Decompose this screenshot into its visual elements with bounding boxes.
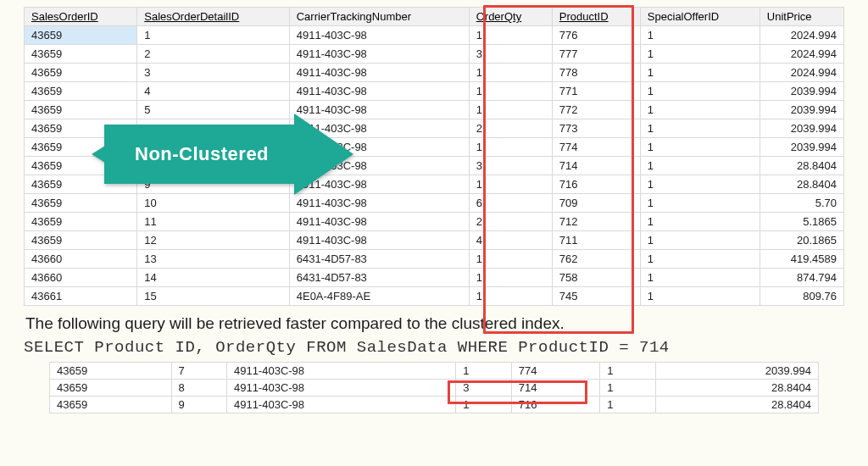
cell: 709 (552, 194, 640, 213)
cell: 762 (552, 250, 640, 269)
cell: 773 (552, 119, 640, 138)
cell: 1 (469, 26, 552, 45)
cell: 43659 (25, 231, 137, 250)
cell: 43659 (25, 194, 137, 213)
cell: 4E0A-4F89-AE (289, 287, 469, 306)
cell: 1 (640, 138, 760, 157)
col-header-c4: ProductID (552, 8, 640, 26)
cell: 3 (469, 45, 552, 64)
col-header-c3: OrderQty (469, 8, 552, 26)
cell: 4 (137, 82, 290, 101)
cell: 1 (640, 250, 760, 269)
main-table-wrapper: SalesOrderIDSalesOrderDetailIDCarrierTra… (24, 7, 844, 306)
cell: 1 (640, 157, 760, 175)
cell: 1 (469, 64, 552, 82)
cell: 1 (469, 101, 552, 119)
cell: 711 (552, 231, 640, 250)
cell: 1 (640, 26, 760, 45)
cell: 1 (469, 269, 552, 287)
cell: 2039.994 (760, 119, 843, 138)
cell: 11 (137, 213, 290, 231)
table-row: 4365974911-403C-98177412039.994 (50, 363, 819, 380)
cell: 8 (171, 380, 226, 397)
table-row: 43660146431-4D57-8317581874.794 (25, 269, 844, 287)
cell: 43659 (25, 64, 137, 82)
table-row: 4365984911-403C-983714128.8404 (50, 380, 819, 397)
cell: 777 (552, 45, 640, 64)
result-table: 4365974911-403C-98177412039.994436598491… (49, 362, 819, 413)
cell: 1 (600, 363, 655, 380)
cell: 745 (552, 287, 640, 306)
cell: 43659 (25, 213, 137, 231)
cell: 43659 (50, 380, 172, 397)
cell: 774 (511, 363, 599, 380)
cell: 1 (640, 101, 760, 119)
cell: 2024.994 (760, 45, 843, 64)
cell: 1 (456, 397, 511, 413)
cell: 43659 (50, 397, 172, 413)
cell: 43659 (25, 45, 137, 64)
cell: 1 (469, 250, 552, 269)
cell: 9 (171, 397, 226, 413)
cell: 12 (137, 231, 290, 250)
table-row: 4365934911-403C-98177812024.994 (25, 64, 844, 82)
cell: 2024.994 (760, 26, 843, 45)
cell: 4 (469, 231, 552, 250)
arrow-head-icon (294, 114, 353, 195)
cell: 3 (137, 64, 290, 82)
table-row: 43659114911-403C-98271215.1865 (25, 213, 844, 231)
cell: 2039.994 (760, 82, 843, 101)
cell: 1 (456, 363, 511, 380)
col-header-c2: CarrierTrackingNumber (289, 8, 469, 26)
cell: 4911-403C-98 (289, 26, 469, 45)
cell: 809.76 (760, 287, 843, 306)
cell: 20.1865 (760, 231, 843, 250)
cell: 2039.994 (655, 363, 818, 380)
cell: 2024.994 (760, 64, 843, 82)
cell: 2039.994 (760, 101, 843, 119)
cell: 1 (600, 397, 655, 413)
col-header-c0: SalesOrderID (25, 8, 137, 26)
cell: 1 (640, 119, 760, 138)
cell: 28.8404 (655, 397, 818, 413)
cell: 2039.994 (760, 138, 843, 157)
cell: 3 (456, 380, 511, 397)
cell: 14 (137, 269, 290, 287)
cell: 712 (552, 213, 640, 231)
result-table-wrapper: 4365974911-403C-98177412039.994436598491… (24, 362, 844, 413)
cell: 716 (552, 175, 640, 194)
cell: 43660 (25, 250, 137, 269)
cell: 776 (552, 26, 640, 45)
cell: 772 (552, 101, 640, 119)
cell: 4911-403C-98 (226, 380, 455, 397)
cell: 43659 (50, 363, 172, 380)
cell: 2 (469, 119, 552, 138)
cell: 4911-403C-98 (289, 213, 469, 231)
table-row: 43661154E0A-4F89-AE17451809.76 (25, 287, 844, 306)
sql-code: SELECT Product ID, OrderQty FROM SalesDa… (24, 338, 844, 357)
cell: 1 (137, 26, 290, 45)
col-header-c5: SpecialOfferID (640, 8, 760, 26)
cell: 2 (137, 45, 290, 64)
cell: 778 (552, 64, 640, 82)
cell: 714 (511, 380, 599, 397)
cell: 1 (469, 138, 552, 157)
caption-text: The following query will be retrieved fa… (25, 314, 843, 333)
cell: 714 (552, 157, 640, 175)
cell: 4911-403C-98 (226, 363, 455, 380)
cell: 1 (469, 82, 552, 101)
cell: 4911-403C-98 (226, 397, 455, 413)
arrow-tail-icon (92, 146, 105, 163)
cell: 4911-403C-98 (289, 45, 469, 64)
cell: 15 (137, 287, 290, 306)
table-row: 43659124911-403C-984711120.1865 (25, 231, 844, 250)
cell: 1 (469, 287, 552, 306)
col-header-c6: UnitPrice (760, 8, 843, 26)
cell: 1 (640, 64, 760, 82)
cell: 419.4589 (760, 250, 843, 269)
cell: 6431-4D57-83 (289, 269, 469, 287)
cell: 4911-403C-98 (289, 194, 469, 213)
cell: 28.8404 (655, 380, 818, 397)
cell: 43661 (25, 287, 137, 306)
cell: 758 (552, 269, 640, 287)
